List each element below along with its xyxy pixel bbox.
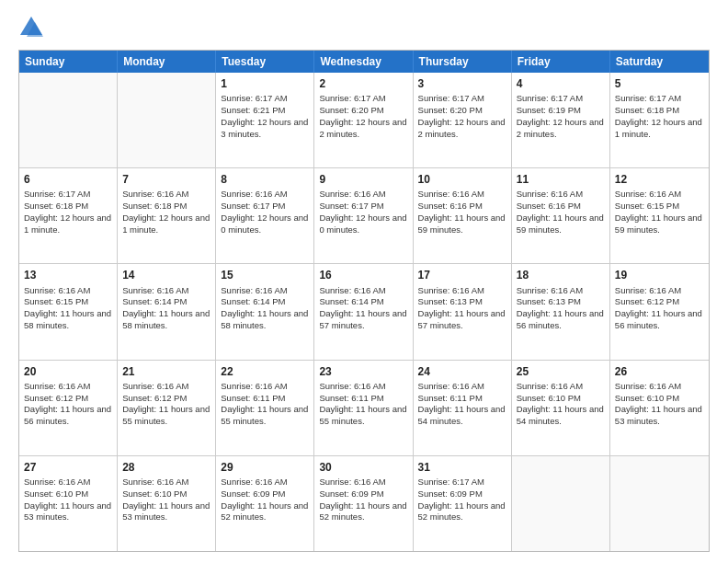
day-number: 1 <box>221 76 309 91</box>
logo-icon <box>18 15 44 40</box>
sunrise-text: Sunrise: 6:16 AM <box>615 189 704 201</box>
daylight-text: Daylight: 12 hours and 1 minute. <box>24 213 112 236</box>
day-number: 23 <box>319 364 407 379</box>
day-number: 26 <box>615 364 704 379</box>
calendar-cell: 11Sunrise: 6:16 AMSunset: 6:16 PMDayligh… <box>512 168 610 263</box>
sunrise-text: Sunrise: 6:16 AM <box>221 285 309 297</box>
daylight-text: Daylight: 11 hours and 59 minutes. <box>517 213 605 236</box>
daylight-text: Daylight: 12 hours and 1 minute. <box>122 213 210 236</box>
daylight-text: Daylight: 11 hours and 55 minutes. <box>319 404 407 428</box>
sunrise-text: Sunrise: 6:16 AM <box>418 285 506 297</box>
calendar-week: 1Sunrise: 6:17 AMSunset: 6:21 PMDaylight… <box>19 73 709 168</box>
calendar-cell: 3Sunrise: 6:17 AMSunset: 6:20 PMDaylight… <box>414 73 512 167</box>
day-number: 13 <box>24 268 112 282</box>
sunrise-text: Sunrise: 6:17 AM <box>221 93 309 105</box>
header <box>18 15 710 40</box>
sunset-text: Sunset: 6:11 PM <box>221 393 309 405</box>
sunset-text: Sunset: 6:21 PM <box>221 105 309 117</box>
day-number: 20 <box>24 364 112 379</box>
sunrise-text: Sunrise: 6:16 AM <box>517 381 605 393</box>
calendar-cell: 21Sunrise: 6:16 AMSunset: 6:12 PMDayligh… <box>118 361 216 455</box>
daylight-text: Daylight: 11 hours and 54 minutes. <box>418 404 506 428</box>
day-number: 18 <box>517 268 605 282</box>
sunset-text: Sunset: 6:14 PM <box>122 296 210 308</box>
sunset-text: Sunset: 6:20 PM <box>418 105 506 117</box>
calendar-cell: 6Sunrise: 6:17 AMSunset: 6:18 PMDaylight… <box>19 168 118 263</box>
sunrise-text: Sunrise: 6:16 AM <box>319 381 407 393</box>
calendar-cell: 7Sunrise: 6:16 AMSunset: 6:18 PMDaylight… <box>118 168 216 263</box>
sunset-text: Sunset: 6:20 PM <box>319 105 407 117</box>
calendar-header-cell: Monday <box>118 51 216 73</box>
daylight-text: Daylight: 11 hours and 52 minutes. <box>319 500 407 524</box>
sunset-text: Sunset: 6:17 PM <box>319 201 407 213</box>
calendar-week: 13Sunrise: 6:16 AMSunset: 6:15 PMDayligh… <box>19 264 709 360</box>
sunset-text: Sunset: 6:17 PM <box>221 201 309 213</box>
calendar-cell <box>610 456 709 551</box>
sunset-text: Sunset: 6:15 PM <box>615 201 704 213</box>
calendar-cell: 1Sunrise: 6:17 AMSunset: 6:21 PMDaylight… <box>216 73 314 167</box>
day-number: 3 <box>418 76 506 91</box>
daylight-text: Daylight: 11 hours and 56 minutes. <box>615 308 704 332</box>
daylight-text: Daylight: 11 hours and 53 minutes. <box>24 500 112 524</box>
sunrise-text: Sunrise: 6:16 AM <box>122 285 210 297</box>
sunset-text: Sunset: 6:18 PM <box>615 105 704 117</box>
day-number: 4 <box>517 76 605 91</box>
day-number: 24 <box>418 364 506 379</box>
sunrise-text: Sunrise: 6:17 AM <box>319 93 407 105</box>
calendar-cell: 27Sunrise: 6:16 AMSunset: 6:10 PMDayligh… <box>19 456 118 551</box>
sunrise-text: Sunrise: 6:16 AM <box>517 189 605 201</box>
calendar-cell: 30Sunrise: 6:16 AMSunset: 6:09 PMDayligh… <box>314 456 413 551</box>
sunset-text: Sunset: 6:12 PM <box>615 296 704 308</box>
sunset-text: Sunset: 6:14 PM <box>319 296 407 308</box>
sunrise-text: Sunrise: 6:16 AM <box>319 477 407 488</box>
calendar-cell: 29Sunrise: 6:16 AMSunset: 6:09 PMDayligh… <box>216 456 314 551</box>
sunrise-text: Sunrise: 6:17 AM <box>615 93 704 105</box>
sunset-text: Sunset: 6:18 PM <box>24 201 112 213</box>
sunset-text: Sunset: 6:10 PM <box>615 393 704 405</box>
calendar-header-cell: Thursday <box>414 51 512 73</box>
daylight-text: Daylight: 11 hours and 56 minutes. <box>517 308 605 332</box>
daylight-text: Daylight: 11 hours and 55 minutes. <box>221 404 309 428</box>
sunrise-text: Sunrise: 6:16 AM <box>122 477 210 488</box>
day-number: 8 <box>221 172 309 187</box>
sunset-text: Sunset: 6:16 PM <box>418 201 506 213</box>
sunset-text: Sunset: 6:15 PM <box>24 296 112 308</box>
daylight-text: Daylight: 12 hours and 2 minutes. <box>418 117 506 141</box>
sunrise-text: Sunrise: 6:17 AM <box>418 477 506 488</box>
sunrise-text: Sunrise: 6:16 AM <box>24 285 112 297</box>
daylight-text: Daylight: 12 hours and 2 minutes. <box>319 117 407 141</box>
sunset-text: Sunset: 6:09 PM <box>319 488 407 500</box>
sunrise-text: Sunrise: 6:16 AM <box>319 285 407 297</box>
calendar-header-cell: Saturday <box>610 51 709 73</box>
calendar-cell: 24Sunrise: 6:16 AMSunset: 6:11 PMDayligh… <box>414 361 512 455</box>
calendar-cell: 19Sunrise: 6:16 AMSunset: 6:12 PMDayligh… <box>610 264 709 359</box>
day-number: 30 <box>319 460 407 475</box>
calendar-cell: 25Sunrise: 6:16 AMSunset: 6:10 PMDayligh… <box>512 361 610 455</box>
day-number: 17 <box>418 268 506 282</box>
calendar-cell: 23Sunrise: 6:16 AMSunset: 6:11 PMDayligh… <box>314 361 413 455</box>
sunrise-text: Sunrise: 6:16 AM <box>517 285 605 297</box>
calendar-cell: 17Sunrise: 6:16 AMSunset: 6:13 PMDayligh… <box>414 264 512 359</box>
calendar-header-cell: Friday <box>512 51 610 73</box>
calendar-cell: 4Sunrise: 6:17 AMSunset: 6:19 PMDaylight… <box>512 73 610 167</box>
daylight-text: Daylight: 12 hours and 3 minutes. <box>221 117 309 141</box>
daylight-text: Daylight: 11 hours and 57 minutes. <box>319 308 407 332</box>
daylight-text: Daylight: 11 hours and 56 minutes. <box>24 404 112 428</box>
sunrise-text: Sunrise: 6:16 AM <box>24 381 112 393</box>
sunrise-text: Sunrise: 6:16 AM <box>319 189 407 201</box>
daylight-text: Daylight: 11 hours and 58 minutes. <box>122 308 210 332</box>
calendar-cell: 8Sunrise: 6:16 AMSunset: 6:17 PMDaylight… <box>216 168 314 263</box>
day-number: 31 <box>418 460 506 475</box>
sunrise-text: Sunrise: 6:16 AM <box>221 477 309 488</box>
sunset-text: Sunset: 6:19 PM <box>517 105 605 117</box>
sunset-text: Sunset: 6:10 PM <box>24 488 112 500</box>
sunset-text: Sunset: 6:14 PM <box>221 296 309 308</box>
calendar-header-cell: Tuesday <box>216 51 314 73</box>
daylight-text: Daylight: 11 hours and 58 minutes. <box>221 308 309 332</box>
sunrise-text: Sunrise: 6:16 AM <box>615 381 704 393</box>
sunrise-text: Sunrise: 6:16 AM <box>418 189 506 201</box>
sunrise-text: Sunrise: 6:17 AM <box>24 189 112 201</box>
calendar-week: 6Sunrise: 6:17 AMSunset: 6:18 PMDaylight… <box>19 168 709 264</box>
sunset-text: Sunset: 6:11 PM <box>319 393 407 405</box>
sunset-text: Sunset: 6:10 PM <box>517 393 605 405</box>
